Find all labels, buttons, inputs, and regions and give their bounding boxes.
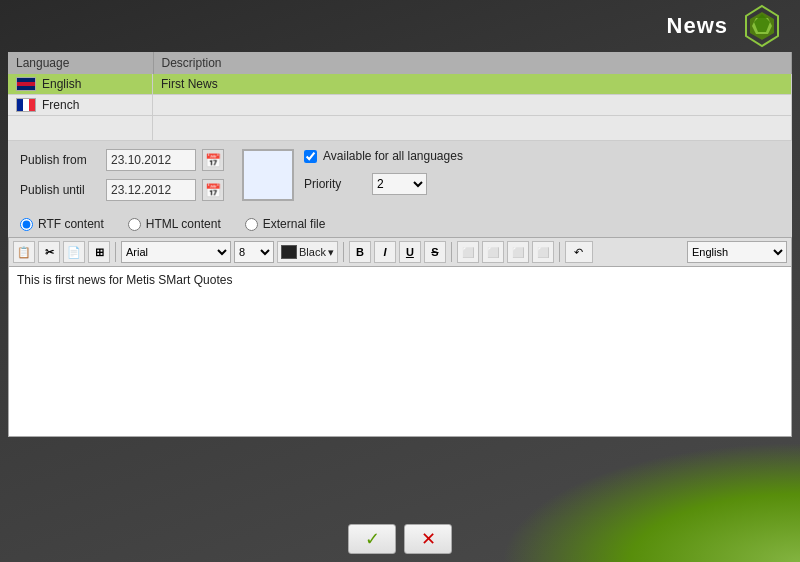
toolbar-separator-3 <box>451 242 452 262</box>
publish-until-row: Publish until 📅 <box>20 179 224 201</box>
font-select[interactable]: Arial Times New Roman Courier <box>121 241 231 263</box>
table-row[interactable]: English First News <box>8 74 792 95</box>
content-type-area: RTF content HTML content External file <box>8 211 792 237</box>
publish-until-input[interactable] <box>106 179 196 201</box>
color-dropdown-icon: ▾ <box>328 246 334 259</box>
col-language: Language <box>8 52 153 74</box>
toolbar-separator-1 <box>115 242 116 262</box>
publish-from-calendar-button[interactable]: 📅 <box>202 149 224 171</box>
rtf-radio[interactable] <box>20 218 33 231</box>
col-description: Description <box>153 52 792 74</box>
underline-button[interactable]: U <box>399 241 421 263</box>
external-radio-row: External file <box>245 217 326 231</box>
priority-select[interactable]: 1 2 3 4 5 <box>372 173 427 195</box>
main-content: Language Description English First News … <box>8 52 792 141</box>
options-section: Available for all languages Priority 1 2… <box>304 149 463 195</box>
language-en-label: English <box>42 77 81 91</box>
available-checkbox-row: Available for all languages <box>304 149 463 163</box>
html-radio[interactable] <box>128 218 141 231</box>
html-label: HTML content <box>146 217 221 231</box>
cancel-icon: ✕ <box>421 528 436 550</box>
tool-special-button[interactable]: ⊞ <box>88 241 110 263</box>
editor-content: This is first news for Metis SMart Quote… <box>17 273 232 287</box>
available-all-label: Available for all languages <box>323 149 463 163</box>
editor-area[interactable]: This is first news for Metis SMart Quote… <box>8 267 792 437</box>
language-fr-label: French <box>42 98 79 112</box>
publish-from-label: Publish from <box>20 153 100 167</box>
description-en: First News <box>153 74 792 95</box>
page-title: News <box>667 13 728 39</box>
confirm-icon: ✓ <box>365 528 380 550</box>
tool-paste-button[interactable]: 📋 <box>13 241 35 263</box>
flag-en-icon <box>16 77 36 91</box>
publish-dates: Publish from 📅 Publish until 📅 <box>20 149 224 205</box>
align-center-button[interactable]: ⬜ <box>482 241 504 263</box>
language-table: Language Description English First News … <box>8 52 792 141</box>
confirm-button[interactable]: ✓ <box>348 524 396 554</box>
logo-icon <box>740 4 784 48</box>
color-swatch <box>281 245 297 259</box>
cancel-button[interactable]: ✕ <box>404 524 452 554</box>
publish-from-input[interactable] <box>106 149 196 171</box>
tool-copy-button[interactable]: 📄 <box>63 241 85 263</box>
corner-decoration <box>500 442 800 562</box>
header: News <box>0 0 800 52</box>
editor-toolbar: 📋 ✂ 📄 ⊞ Arial Times New Roman Courier 6 … <box>8 237 792 267</box>
align-left-button[interactable]: ⬜ <box>457 241 479 263</box>
strikethrough-button[interactable]: S <box>424 241 446 263</box>
color-preview-container <box>234 149 294 201</box>
priority-area: Priority 1 2 3 4 5 <box>304 173 463 195</box>
flag-fr-icon <box>16 98 36 112</box>
publish-from-row: Publish from 📅 <box>20 149 224 171</box>
bold-button[interactable]: B <box>349 241 371 263</box>
rtf-label: RTF content <box>38 217 104 231</box>
available-all-checkbox[interactable] <box>304 150 317 163</box>
table-row-empty <box>8 116 792 141</box>
table-row[interactable]: French <box>8 95 792 116</box>
rtf-radio-row: RTF content <box>20 217 104 231</box>
align-right-button[interactable]: ⬜ <box>507 241 529 263</box>
color-preview-box[interactable] <box>242 149 294 201</box>
external-label: External file <box>263 217 326 231</box>
size-select[interactable]: 6 7 8 10 12 <box>234 241 274 263</box>
html-radio-row: HTML content <box>128 217 221 231</box>
toolbar-separator-2 <box>343 242 344 262</box>
align-justify-button[interactable]: ⬜ <box>532 241 554 263</box>
color-button[interactable]: Black ▾ <box>277 241 338 263</box>
priority-label: Priority <box>304 177 364 191</box>
undo-button[interactable]: ↶ <box>565 241 593 263</box>
publish-until-calendar-button[interactable]: 📅 <box>202 179 224 201</box>
description-fr <box>153 95 792 116</box>
tool-cut-button[interactable]: ✂ <box>38 241 60 263</box>
toolbar-separator-4 <box>559 242 560 262</box>
editor-language-select[interactable]: English French <box>687 241 787 263</box>
form-area: Publish from 📅 Publish until 📅 Available… <box>8 141 792 211</box>
italic-button[interactable]: I <box>374 241 396 263</box>
external-radio[interactable] <box>245 218 258 231</box>
publish-until-label: Publish until <box>20 183 100 197</box>
color-label: Black <box>299 246 326 258</box>
